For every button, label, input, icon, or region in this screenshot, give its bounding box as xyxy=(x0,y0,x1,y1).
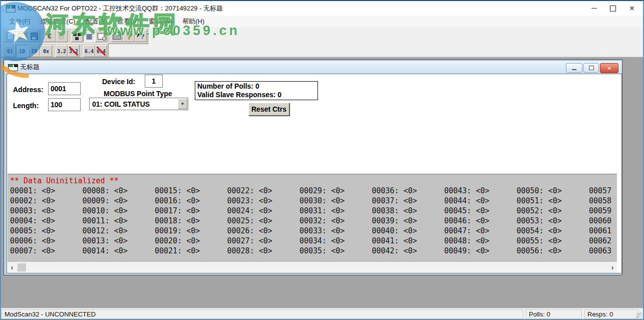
document-icon-dark-cell xyxy=(14,65,18,67)
document-minimize-icon xyxy=(572,69,576,70)
document-icon[interactable] xyxy=(8,64,18,71)
menu-setup[interactable]: 配置(S) xyxy=(81,16,112,27)
format-double64-swapped-label: 6.4 xyxy=(97,49,106,54)
help-question-icon: ? xyxy=(126,32,131,41)
app-icon[interactable] xyxy=(6,5,16,13)
poll-stats-box: Number of Polls: 0 Valid Slave Responses… xyxy=(195,81,318,100)
responses-counter: Resps: 0 xyxy=(584,309,638,319)
menu-help[interactable]: 帮助(H) xyxy=(177,16,209,27)
scroll-right-button[interactable]: › xyxy=(608,262,617,273)
document-close-icon: × xyxy=(607,65,611,72)
app-icon-dark-cell xyxy=(12,6,15,9)
format-double64-label: 6.4 xyxy=(85,49,94,54)
register-data-area[interactable]: ** Data Uninitialized ** 00001: <0> 0000… xyxy=(8,174,617,262)
format-double64-swapped-button[interactable]: 6.4 xyxy=(95,45,107,57)
window-title: MODSCAN32 For OPTO22 - 工控技术交流QQ群：2071492… xyxy=(18,1,223,16)
modscan32-main-window: MODSCAN32 For OPTO22 - 工控技术交流QQ群：2071492… xyxy=(0,0,644,320)
connection-status: ModScan32 - UNCONNECTED xyxy=(2,309,523,319)
print-button[interactable] xyxy=(111,30,123,42)
document-window: 无标题 × Address: Length: Device Id: MODBUS… xyxy=(4,60,622,275)
register-row: 00004: <0> 00011: <0> 00018: <0> 00025: … xyxy=(10,216,617,226)
format-signed-button[interactable]: I0 xyxy=(28,45,40,57)
horizontal-scrollbar[interactable]: ‹ › xyxy=(8,262,617,273)
capture-file-button[interactable]: ▤ xyxy=(56,30,68,42)
connection-setup-button[interactable] xyxy=(71,30,83,42)
document-minimize-button[interactable] xyxy=(566,63,582,73)
chevron-down-icon: ▼ xyxy=(181,102,185,106)
menu-window[interactable]: 窗口(W) xyxy=(144,16,177,27)
device-id-label: Device Id: xyxy=(102,78,135,86)
maximize-icon xyxy=(610,6,616,12)
status-bar: ModScan32 - UNCONNECTED Polls: 0 Resps: … xyxy=(1,308,643,320)
document-close-button[interactable]: × xyxy=(600,63,618,73)
menu-connection-setup[interactable]: 连接设置(C) xyxy=(36,16,81,27)
document-restore-button[interactable] xyxy=(583,63,599,73)
printer-icon xyxy=(113,35,121,40)
chevron-left-icon: ‹ xyxy=(11,263,14,271)
device-id-input[interactable] xyxy=(145,75,163,88)
scrollbar-thumb[interactable] xyxy=(18,263,26,271)
context-help-button[interactable]: ? xyxy=(135,30,147,42)
title-bar[interactable]: MODSCAN32 For OPTO22 - 工控技术交流QQ群：2071492… xyxy=(1,1,643,16)
register-row: 00005: <0> 00012: <0> 00019: <0> 00026: … xyxy=(10,226,617,236)
format-hex-button[interactable]: 0x xyxy=(40,45,52,57)
resize-grip[interactable] xyxy=(636,312,642,319)
display-messages-button[interactable] xyxy=(95,30,107,42)
register-row: 00007: <0> 00014: <0> 00021: <0> 00028: … xyxy=(10,246,617,256)
menu-bar: 文件(F) 连接设置(C) 配置(S) 查看(V) 窗口(W) 帮助(H) xyxy=(1,16,643,27)
format-double64-button[interactable]: 6.4 xyxy=(83,45,95,57)
register-row: 00006: <0> 00013: <0> 00020: <0> 00027: … xyxy=(10,236,617,246)
main-toolbar: € ▤ ▦ ? ? xyxy=(3,28,148,44)
document-title-bar[interactable]: 无标题 × xyxy=(5,61,622,74)
new-file-button[interactable] xyxy=(4,30,16,42)
toolbar-zone: € ▤ ▦ ? ? 01 10 I0 0x 3.2 3.2 6.4 6.4 xyxy=(1,27,643,57)
combobox-dropdown-button[interactable]: ▼ xyxy=(178,99,187,109)
data-uninitialized-header: ** Data Uninitialized ** xyxy=(10,176,617,186)
save-file-button[interactable] xyxy=(28,30,40,42)
data-grid-icon: ▦ xyxy=(86,33,92,40)
close-button[interactable]: × xyxy=(621,1,643,16)
format-binary-button[interactable]: 01 xyxy=(4,45,16,57)
length-label: Length: xyxy=(13,102,39,110)
format-hex-label: 0x xyxy=(43,49,49,54)
capture-data-icon: € xyxy=(48,32,52,40)
open-file-button[interactable] xyxy=(16,30,28,42)
address-input[interactable] xyxy=(48,82,81,95)
reset-ctrs-button[interactable]: Reset Ctrs xyxy=(248,103,289,116)
capture-data-button[interactable]: € xyxy=(44,30,56,42)
display-data-button[interactable]: ▦ xyxy=(83,30,95,42)
menu-view[interactable]: 查看(V) xyxy=(112,16,144,27)
document-restore-icon xyxy=(589,66,594,70)
format-float32-swapped-button[interactable]: 3.2 xyxy=(68,45,80,57)
format-float32-button[interactable]: 3.2 xyxy=(56,45,68,57)
valid-slave-responses: Valid Slave Responses: 0 xyxy=(197,91,315,99)
menu-file[interactable]: 文件(F) xyxy=(4,16,36,27)
capture-file-icon: ▤ xyxy=(59,33,65,40)
point-type-label: MODBUS Point Type xyxy=(104,90,172,98)
new-file-icon xyxy=(7,32,14,40)
format-signed-label: I0 xyxy=(31,49,37,54)
chevron-right-icon: › xyxy=(611,263,614,271)
point-type-combobox[interactable]: 01: COIL STATUS ▼ xyxy=(89,98,188,110)
scroll-left-button[interactable]: ‹ xyxy=(8,262,17,273)
format-float32-label: 3.2 xyxy=(57,49,66,54)
help-button[interactable]: ? xyxy=(123,30,135,42)
close-icon: × xyxy=(629,4,634,14)
point-type-value: 01: COIL STATUS xyxy=(90,100,178,108)
length-input[interactable] xyxy=(48,98,81,111)
register-row: 00002: <0> 00009: <0> 00016: <0> 00023: … xyxy=(10,196,617,206)
format-decimal-button[interactable]: 10 xyxy=(16,45,28,57)
document-title: 无标题 xyxy=(20,61,40,74)
address-label: Address: xyxy=(13,86,44,94)
app-icon-green-cell xyxy=(7,6,11,9)
document-content: Address: Length: Device Id: MODBUS Point… xyxy=(7,74,622,273)
context-help-icon: ? xyxy=(137,33,145,40)
format-binary-label: 01 xyxy=(7,49,13,54)
minimize-icon xyxy=(591,8,597,9)
document-icon-green-cell xyxy=(9,65,13,67)
message-magnifier-icon xyxy=(98,33,105,40)
connection-network-icon xyxy=(73,33,77,36)
mdi-client-area: 无标题 × Address: Length: Device Id: MODBUS… xyxy=(1,57,643,308)
open-folder-icon xyxy=(18,33,27,39)
polls-counter: Polls: 0 xyxy=(526,309,582,319)
